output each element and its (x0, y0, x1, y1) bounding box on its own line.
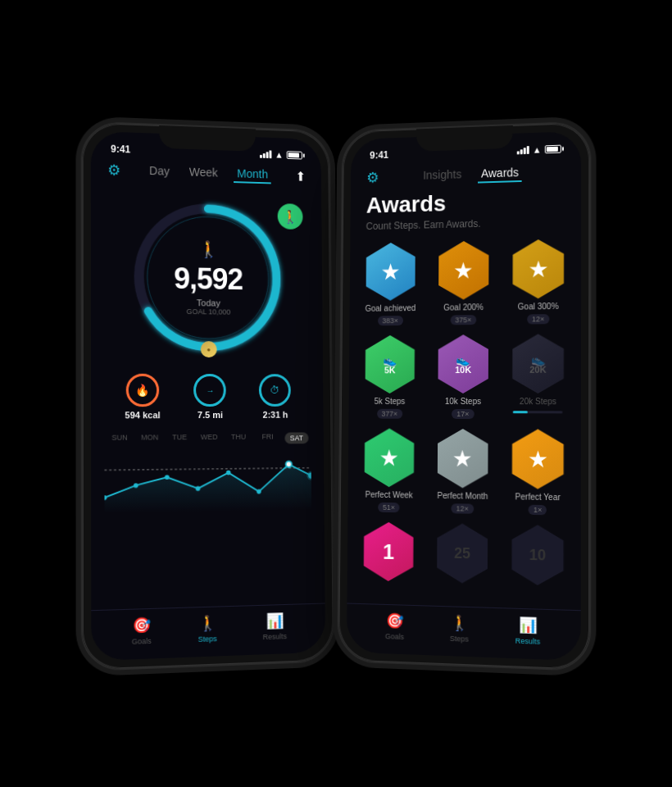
right-results-icon: 📊 (519, 616, 537, 635)
duration-stat: ⏱ 2:31 h (259, 374, 291, 420)
right-signal-icon (517, 146, 529, 154)
calories-value: 594 kcal (125, 410, 160, 420)
right-status-icons: ▲ (517, 144, 561, 156)
hex-dark-20k: 👟 20K (508, 334, 568, 394)
award-badge-month: ★ (434, 429, 493, 489)
10k-text: 10K (455, 365, 471, 375)
chart-day-thu: THU (226, 433, 251, 444)
calories-ring: 🔥 (126, 374, 159, 407)
star-icon-2: ★ (453, 257, 474, 284)
award-perfect-week[interactable]: ★ Perfect Week 51× (357, 428, 421, 512)
right-header: ⚙ Insights Awards Awards Count Steps. Ea… (350, 157, 581, 240)
goal-label: GOAL 10,000 (186, 307, 230, 316)
share-icon[interactable]: ⬆ (295, 168, 306, 184)
duration-value: 2:31 h (263, 410, 288, 420)
award-name-10k: 10k Steps (445, 397, 481, 406)
award-badge-week: ★ (361, 428, 418, 487)
progress-bar-20k (513, 411, 563, 413)
right-screen: 9:41 ▲ ⚙ (347, 131, 581, 661)
stats-row: 🔥 594 kcal → 7.5 mi ⏱ 2:31 h (91, 367, 324, 427)
coin-icon: ● (207, 346, 211, 353)
chart-svg (104, 447, 311, 516)
hex-gold-star: ★ (508, 429, 568, 489)
award-pink-1[interactable]: 1 (356, 521, 420, 582)
chart-day-wed: WED (197, 433, 221, 444)
steps-nav-item[interactable]: 🚶 Steps (198, 614, 217, 644)
award-badge-20k: 👟 20K (508, 334, 568, 394)
hex-purple-shoe: 👟 10K (434, 334, 493, 394)
steps-nav-icon: 🚶 (198, 614, 216, 633)
hex-pink-badge: 1 (360, 521, 418, 582)
award-name-month: Perfect Month (438, 491, 488, 501)
left-phone: 9:41 ▲ ⚙ Day (81, 121, 335, 671)
right-time: 9:41 (370, 149, 388, 161)
award-count-week: 51× (378, 503, 400, 512)
tab-week[interactable]: Week (186, 164, 221, 183)
award-count-year: 1× (529, 505, 547, 516)
right-steps-icon: 🚶 (450, 613, 468, 632)
wifi-icon: ▲ (275, 150, 284, 160)
award-badge-dark25: 25 (433, 523, 492, 584)
dark-number-10: 10 (529, 546, 546, 564)
award-badge-300: ★ (509, 239, 569, 298)
award-goal-200[interactable]: ★ Goal 200% 375× (431, 240, 496, 325)
award-5k[interactable]: 👟 5K 5k Steps 377× (358, 335, 422, 419)
right-steps-nav[interactable]: 🚶 Steps (450, 613, 469, 643)
svg-line-3 (104, 468, 311, 471)
dark-number-25: 25 (454, 544, 470, 562)
award-goal-achieved[interactable]: ★ Goal achieved 383× (359, 242, 422, 325)
chart-day-mon: MON (137, 433, 161, 444)
right-settings-icon[interactable]: ⚙ (366, 169, 379, 187)
award-goal-300[interactable]: ★ Goal 300% 12× (506, 239, 571, 324)
star-icon-1: ★ (380, 258, 400, 285)
award-dark-25[interactable]: 25 (430, 523, 495, 585)
awards-scroll: ★ Goal achieved 383× ★ Goal 200% (347, 235, 581, 610)
results-nav-label: Results (263, 632, 287, 641)
right-results-nav[interactable]: 📊 Results (515, 616, 541, 646)
chart-day-labels: SUN MON TUE WED THU FRI SAT (104, 432, 311, 445)
results-nav-item[interactable]: 📊 Results (262, 612, 287, 641)
award-badge-pink: 1 (360, 521, 418, 582)
award-20k[interactable]: 👟 20K 20k Steps (505, 334, 570, 419)
award-dark-10[interactable]: 10 (505, 525, 571, 586)
award-badge-10k: 👟 10K (434, 334, 493, 394)
right-results-label: Results (515, 637, 541, 646)
award-perfect-month[interactable]: ★ Perfect Month 12× (430, 429, 495, 514)
award-badge-200: ★ (434, 240, 493, 300)
award-badge-goal-achieved: ★ (362, 242, 420, 301)
star-icon-week: ★ (379, 444, 400, 471)
activity-badge: 🚶 (278, 203, 303, 230)
duration-ring: ⏱ (259, 374, 291, 407)
right-steps-label: Steps (450, 635, 469, 644)
hex-dark-25: 25 (433, 523, 492, 584)
settings-icon[interactable]: ⚙ (107, 161, 120, 179)
tab-insights[interactable]: Insights (420, 166, 465, 184)
hex-green-shoe: 👟 5K (361, 335, 419, 394)
hex-orange: ★ (434, 240, 493, 300)
award-count-5k: 377× (377, 409, 402, 419)
right-goals-nav[interactable]: 🎯 Goals (385, 612, 404, 641)
steps-nav-label: Steps (198, 635, 217, 644)
award-10k[interactable]: 👟 10K 10k Steps 17× (431, 334, 496, 419)
tab-month[interactable]: Month (234, 165, 271, 184)
distance-ring: → (193, 374, 226, 407)
award-name-200: Goal 200% (443, 303, 484, 312)
hex-gold: ★ (509, 239, 569, 298)
goals-nav-item[interactable]: 🎯 Goals (132, 616, 152, 646)
right-phone: 9:41 ▲ ⚙ (337, 121, 591, 671)
tab-awards[interactable]: Awards (478, 164, 522, 183)
award-count-10k: 17× (452, 409, 474, 419)
tab-day[interactable]: Day (146, 162, 173, 181)
star-icon-year: ★ (528, 445, 548, 473)
weekly-chart: SUN MON TUE WED THU FRI SAT (91, 425, 325, 610)
distance-value: 7.5 mi (198, 410, 223, 420)
right-tabs: Insights Awards (379, 162, 565, 186)
award-name-week: Perfect Week (366, 490, 413, 500)
award-perfect-year[interactable]: ★ Perfect Year 1× (505, 429, 571, 516)
award-name-300: Goal 300% (518, 302, 559, 312)
right-goals-icon: 🎯 (386, 612, 404, 630)
signal-icon (260, 150, 272, 158)
step-circle-container: 🚶 9,592 Today GOAL 10,000 🚶 ● (91, 185, 323, 368)
award-badge-5k: 👟 5K (361, 335, 419, 394)
award-count-month: 12× (452, 503, 474, 514)
